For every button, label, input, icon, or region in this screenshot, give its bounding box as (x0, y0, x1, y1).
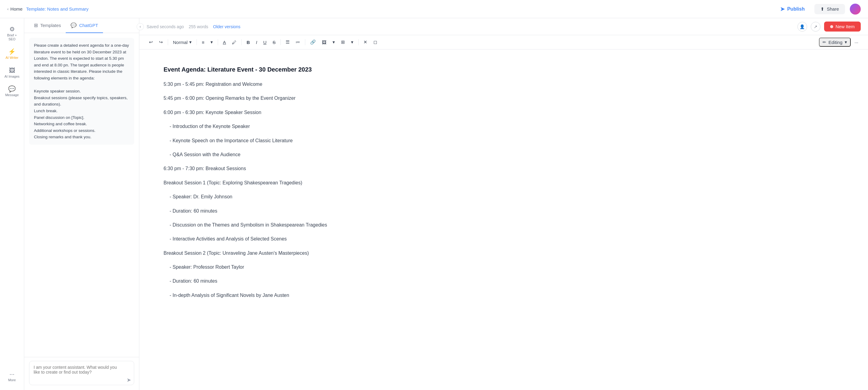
user-icon-btn[interactable]: 👤 (798, 22, 807, 31)
avatar[interactable] (850, 4, 861, 15)
sidebar-label-message: Message (5, 93, 19, 97)
redo-button[interactable]: ↪ (157, 38, 165, 46)
style-select[interactable]: Normal ▾ (170, 38, 194, 46)
tab-templates-label: Templates (40, 23, 61, 28)
home-label: Home (10, 6, 23, 11)
sidebar-label-ai-images: AI Images (4, 75, 20, 79)
numbered-list-button[interactable]: ≔ (293, 38, 303, 46)
editor-content[interactable]: Event Agenda: Literature Event - 30 Dece… (139, 50, 868, 390)
chat-send-button[interactable]: ➤ (127, 377, 131, 383)
doc-paragraph-3: - Introduction of the Keynote Speaker (163, 122, 844, 131)
topbar-left: ‹ Home Template: Notes and Summary (7, 6, 88, 11)
main-layout: ⚙ Brief + SEO ⚡ AI Writer 🖼 AI Images 💬 … (0, 18, 868, 390)
document-paragraphs: 5:30 pm - 5:45 pm: Registration and Welc… (163, 80, 844, 300)
topbar-right: ➤ Publish ⬆ Share (775, 3, 861, 15)
doc-paragraph-4: - Keynote Speech on the Importance of Cl… (163, 136, 844, 145)
doc-paragraph-15: - In-depth Analysis of Significant Novel… (163, 291, 844, 300)
highlight-button[interactable]: 🖊 (229, 38, 239, 46)
doc-paragraph-9: - Duration: 60 minutes (163, 206, 844, 216)
image-dropdown-button[interactable]: ▾ (330, 38, 337, 46)
strikethrough-button[interactable]: S (270, 38, 278, 46)
clear-format-button[interactable]: ✕ (361, 38, 370, 46)
breadcrumb-static: Template: (26, 6, 47, 11)
templates-tab-icon: ⊞ (34, 23, 38, 28)
underline-button[interactable]: U (261, 38, 269, 46)
share-button[interactable]: ⬆ Share (814, 4, 845, 14)
tab-templates[interactable]: ⊞ Templates (29, 18, 66, 33)
toolbar-divider-1 (168, 39, 168, 45)
ai-writer-icon: ⚡ (8, 49, 16, 55)
share-doc-btn[interactable]: ↗ (811, 22, 820, 31)
align-dropdown-button[interactable]: ▾ (208, 38, 215, 46)
publish-button[interactable]: ➤ Publish (775, 3, 810, 15)
doc-paragraph-5: - Q&A Session with the Audience (163, 150, 844, 159)
share-label: Share (827, 6, 839, 11)
editing-mode-button[interactable]: ✏ Editing ▾ (819, 37, 851, 47)
editor-topbar-right: 👤 ↗ New Item (798, 22, 861, 31)
panel-tabs: ⊞ Templates 💬 ChatGPT (24, 18, 139, 33)
home-link[interactable]: ‹ Home (7, 6, 23, 11)
tab-chatgpt[interactable]: 💬 ChatGPT (66, 18, 103, 33)
breadcrumb-link[interactable]: Notes and Summary (47, 6, 89, 11)
topbar: ‹ Home Template: Notes and Summary ➤ Pub… (0, 0, 868, 18)
sidebar-item-brief-seo[interactable]: ⚙ Brief + SEO (2, 23, 22, 44)
doc-paragraph-11: - Interactive Activities and Analysis of… (163, 234, 844, 244)
special-button[interactable]: ◻ (371, 38, 379, 46)
sidebar-label-brief-seo: Brief + SEO (4, 33, 21, 41)
pencil-icon: ✏ (823, 40, 826, 45)
doc-paragraph-12: Breakout Session 2 (Topic: Unraveling Ja… (163, 249, 844, 258)
table-dropdown-button[interactable]: ▾ (349, 38, 356, 46)
document-title: Event Agenda: Literature Event - 30 Dece… (163, 64, 844, 75)
text-align-left-button[interactable]: ≡ (199, 38, 207, 46)
word-count: 255 words (189, 24, 208, 29)
chatgpt-tab-icon: 💬 (70, 23, 76, 28)
doc-paragraph-6: 6:30 pm - 7:30 pm: Breakout Sessions (163, 164, 844, 173)
chevron-left-icon: ‹ (7, 7, 8, 11)
more-icon: ··· (9, 371, 14, 377)
image-button[interactable]: 🖼 (319, 38, 329, 46)
doc-paragraph-7: Breakout Session 1 (Topic: Exploring Sha… (163, 178, 844, 188)
new-item-button[interactable]: New Item (824, 22, 861, 31)
editor-toolbar: ↩ ↪ Normal ▾ ≡ ▾ A 🖊 B I U S ☰ ≔ 🔗 🖼 ▾ (139, 35, 868, 50)
toolbar-divider-2 (196, 39, 197, 45)
sidebar-item-more[interactable]: ··· More (2, 368, 22, 385)
bold-button[interactable]: B (244, 38, 252, 46)
undo-button[interactable]: ↩ (147, 38, 155, 46)
doc-paragraph-8: - Speaker: Dr. Emily Johnson (163, 192, 844, 201)
link-button[interactable]: 🔗 (308, 38, 318, 46)
sidebar-item-ai-images[interactable]: 🖼 AI Images (2, 64, 22, 82)
chat-message: Please create a detailed event agenda fo… (29, 38, 134, 145)
chat-message-text: Please create a detailed event agenda fo… (34, 43, 129, 139)
chat-input[interactable] (29, 361, 134, 385)
toolbar-divider-7 (358, 39, 359, 45)
toolbar-divider-6 (305, 39, 305, 45)
sidebar-item-message[interactable]: 💬 Message (2, 83, 22, 100)
sidebar-label-ai-writer: AI Writer (5, 56, 19, 60)
publish-label: Publish (787, 6, 805, 12)
saved-status: Saved seconds ago (147, 24, 184, 29)
publish-icon: ➤ (780, 6, 785, 12)
chat-area: Please create a detailed event agenda fo… (24, 33, 139, 357)
doc-paragraph-0: 5:30 pm - 5:45 pm: Registration and Welc… (163, 80, 844, 89)
style-chevron-icon: ▾ (189, 39, 192, 45)
style-label: Normal (173, 40, 187, 45)
italic-button[interactable]: I (253, 38, 259, 46)
doc-paragraph-14: - Duration: 60 minutes (163, 277, 844, 286)
text-color-button[interactable]: A (220, 38, 228, 46)
sidebar-label-more: More (8, 378, 16, 382)
sidebar-item-ai-writer[interactable]: ⚡ AI Writer (2, 46, 22, 63)
new-item-dot-icon (830, 25, 833, 28)
share-doc-icon: ↗ (814, 24, 817, 29)
share-icon: ⬆ (820, 6, 825, 12)
table-button[interactable]: ⊞ (339, 38, 347, 46)
chat-input-area: ➤ (24, 357, 139, 390)
toolbar-divider-3 (218, 39, 218, 45)
editing-chevron-icon: ▾ (845, 39, 847, 45)
toolbar-divider-4 (241, 39, 242, 45)
left-panel: ⊞ Templates 💬 ChatGPT ‹ Please create a … (24, 18, 139, 390)
older-versions-link[interactable]: Older versions (213, 24, 241, 29)
chat-input-wrapper: ➤ (29, 361, 134, 386)
panel-collapse-button[interactable]: ‹ (136, 23, 144, 30)
bullet-list-button[interactable]: ☰ (283, 38, 292, 46)
more-options-button[interactable]: ··· (852, 38, 861, 46)
